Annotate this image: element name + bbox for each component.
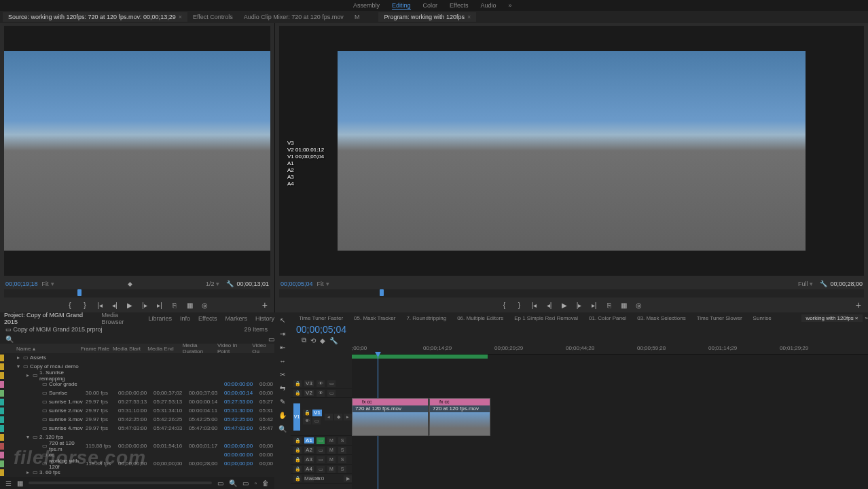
project-row[interactable]: ▸▭Assets bbox=[0, 353, 274, 362]
find-icon[interactable]: 🔍 bbox=[229, 479, 237, 487]
program-video[interactable]: V3 V2 01:00:01:12 V1 00;00;05;04 A1 A2 A… bbox=[279, 26, 864, 276]
source-resolution-dropdown[interactable]: 1/2▾ bbox=[206, 280, 220, 287]
track-header-a1[interactable]: 🔒A1▭MS bbox=[291, 436, 352, 446]
project-tab-project[interactable]: Project: Copy of MGM Grand 2015 bbox=[4, 312, 94, 325]
lift-icon[interactable]: ⎘ bbox=[604, 300, 614, 310]
project-row[interactable]: ▭Color grade00:00:00:0000:00 bbox=[0, 380, 274, 388]
sequence-tab-active[interactable]: working with 120fps × bbox=[801, 314, 862, 322]
play-icon[interactable]: ▶ bbox=[125, 300, 134, 310]
sequence-tab[interactable]: 7. Roundtripping bbox=[402, 314, 450, 322]
col-media-start[interactable]: Media Start bbox=[110, 346, 145, 352]
linked-selection-icon[interactable]: ⟲ bbox=[310, 337, 316, 344]
track-header-v3[interactable]: 🔒V3👁▭ bbox=[291, 379, 352, 388]
filter-icon[interactable]: ▭ bbox=[268, 336, 274, 343]
step-back-icon[interactable]: ◂| bbox=[545, 300, 554, 310]
go-to-out-icon[interactable]: ▸| bbox=[590, 300, 599, 310]
step-back-icon[interactable]: ◂| bbox=[110, 300, 120, 310]
insert-icon[interactable]: ⎘ bbox=[170, 300, 179, 310]
sequence-tab[interactable]: Time Tuner Faster bbox=[295, 314, 347, 322]
project-row[interactable]: ▭Sunrise30.00 fps00;00;00;0000;00;37;020… bbox=[0, 388, 274, 397]
col-name[interactable]: Name ▴ bbox=[14, 346, 78, 352]
add-button-icon[interactable]: + bbox=[262, 300, 268, 310]
project-tab-media-browser[interactable]: Media Browser bbox=[102, 312, 141, 325]
marker-icon[interactable]: ◆ bbox=[320, 337, 325, 344]
go-to-in-icon[interactable]: |◂ bbox=[530, 300, 539, 310]
program-resolution-dropdown[interactable]: Full▾ bbox=[798, 280, 814, 287]
track-header-v1[interactable]: V1 🔒V1 👁▭ ◂◆▸ bbox=[291, 398, 352, 436]
new-bin-icon[interactable]: ▭ bbox=[242, 479, 249, 487]
step-forward-icon[interactable]: |▸ bbox=[575, 300, 584, 310]
marker-icon[interactable]: ◆ bbox=[128, 280, 132, 287]
go-to-in-icon[interactable]: |◂ bbox=[95, 300, 105, 310]
track-header-a4[interactable]: 🔒A4▭MS bbox=[291, 465, 352, 474]
close-icon[interactable]: × bbox=[179, 14, 182, 20]
effect-controls-tab[interactable]: Effect Controls bbox=[187, 12, 238, 22]
close-icon[interactable]: × bbox=[467, 14, 471, 20]
overflow-icon[interactable]: » bbox=[865, 315, 868, 321]
go-to-out-icon[interactable]: ▸| bbox=[155, 300, 164, 310]
workspace-color[interactable]: Color bbox=[423, 2, 438, 9]
zoom-tool-icon[interactable]: 🔍 bbox=[278, 424, 287, 433]
tracks-body[interactable]: fx cc 720 at 120 fps.mov fx cc 720 at 12… bbox=[352, 355, 868, 489]
hand-tool-icon[interactable]: ✋ bbox=[278, 410, 287, 420]
project-row[interactable]: ▭sunrise 2.mov29.97 fps05:31:10:0005:31:… bbox=[0, 406, 274, 415]
sequence-tab[interactable]: Sunrise bbox=[749, 314, 776, 322]
workspace-assembly[interactable]: Assembly bbox=[353, 2, 380, 9]
source-video[interactable] bbox=[4, 26, 270, 276]
metadata-tab[interactable]: M bbox=[349, 12, 365, 22]
zoom-slider[interactable] bbox=[29, 482, 212, 484]
sequence-tab[interactable]: 01. Color Panel bbox=[585, 314, 630, 322]
timeline-clip[interactable]: fx cc 720 at 120 fps.mov bbox=[429, 398, 490, 436]
project-tab-info[interactable]: Info bbox=[180, 315, 190, 322]
export-frame-icon[interactable]: ◎ bbox=[634, 300, 644, 310]
workspace-effects[interactable]: Effects bbox=[450, 2, 468, 9]
extract-icon[interactable]: ▦ bbox=[619, 300, 629, 310]
trash-icon[interactable]: 🗑 bbox=[262, 479, 269, 487]
source-tab[interactable]: Source: working with 120fps: 720 at 120 … bbox=[3, 12, 187, 22]
settings-icon[interactable]: 🔧 bbox=[329, 337, 338, 344]
ripple-edit-tool-icon[interactable]: ⇤ bbox=[278, 342, 287, 352]
mark-out-icon[interactable]: } bbox=[80, 300, 90, 310]
new-item-icon[interactable]: ▫ bbox=[254, 479, 257, 487]
snap-icon[interactable]: ⧉ bbox=[302, 336, 306, 344]
project-tab-markers[interactable]: Markers bbox=[225, 315, 247, 322]
mark-in-icon[interactable]: { bbox=[500, 300, 509, 310]
source-scrubber[interactable] bbox=[4, 289, 270, 297]
timeline-playhead-timecode[interactable]: 00;00;05;04 bbox=[296, 324, 346, 335]
track-header-master[interactable]: 🔒Master0.0▶ bbox=[291, 474, 352, 484]
mark-out-icon[interactable]: } bbox=[515, 300, 524, 310]
sequence-tab[interactable]: Time Tuner Slower bbox=[693, 314, 746, 322]
program-fit-dropdown[interactable]: Fit▾ bbox=[317, 280, 329, 287]
wrench-icon[interactable]: 🔧 bbox=[820, 280, 827, 287]
project-row[interactable]: ▸▭1. Sunrise remapping bbox=[0, 371, 274, 380]
rate-stretch-tool-icon[interactable]: ↔ bbox=[278, 356, 287, 365]
razor-tool-icon[interactable]: ✂ bbox=[278, 369, 287, 379]
icon-view-icon[interactable]: ▦ bbox=[17, 479, 23, 487]
auto-sequence-icon[interactable]: ▭ bbox=[217, 479, 223, 487]
project-row[interactable]: ▭sunrise 3.mov29.97 fps05:42:25:0005:42:… bbox=[0, 415, 274, 424]
audio-mixer-tab[interactable]: Audio Clip Mixer: 720 at 120 fps.mov bbox=[238, 12, 349, 22]
sequence-tab[interactable]: 06. Multiple Editors bbox=[453, 314, 507, 322]
slip-tool-icon[interactable]: ⇆ bbox=[278, 383, 287, 393]
overwrite-icon[interactable]: ▦ bbox=[185, 300, 194, 310]
sequence-tab[interactable]: Ep 1 Simple Red Removal bbox=[510, 314, 582, 322]
export-frame-icon[interactable]: ◎ bbox=[200, 300, 209, 310]
track-header-a3[interactable]: 🔒A3▭MS bbox=[291, 455, 352, 465]
play-icon[interactable]: ▶ bbox=[560, 300, 569, 310]
project-tab-effects[interactable]: Effects bbox=[198, 315, 217, 322]
step-forward-icon[interactable]: |▸ bbox=[140, 300, 149, 310]
col-framerate[interactable]: Frame Rate bbox=[78, 346, 110, 352]
program-scrubber[interactable] bbox=[279, 289, 864, 297]
track-header-v2[interactable]: 🔒V2👁▭ bbox=[291, 388, 352, 398]
sequence-tab[interactable]: 03. Mask Selections bbox=[633, 314, 690, 322]
program-tab[interactable]: Program: working with 120fps× bbox=[378, 12, 476, 22]
workspace-editing[interactable]: Editing bbox=[392, 2, 411, 10]
program-timecode-left[interactable]: 00;00;05;04 bbox=[281, 280, 313, 287]
timeline-ruler[interactable]: ;00;00 00;00;14;29 00;00;29;29 00;00;44;… bbox=[352, 345, 868, 355]
selection-tool-icon[interactable]: ↖ bbox=[278, 315, 287, 325]
project-row[interactable]: ▭sunrise 4.mov29.97 fps05:47:03:0005:47:… bbox=[0, 424, 274, 433]
workspace-overflow[interactable]: » bbox=[508, 2, 511, 9]
track-header-a2[interactable]: 🔒A2▭MS bbox=[291, 446, 352, 455]
workspace-audio[interactable]: Audio bbox=[480, 2, 496, 9]
pen-tool-icon[interactable]: ✎ bbox=[278, 397, 287, 406]
